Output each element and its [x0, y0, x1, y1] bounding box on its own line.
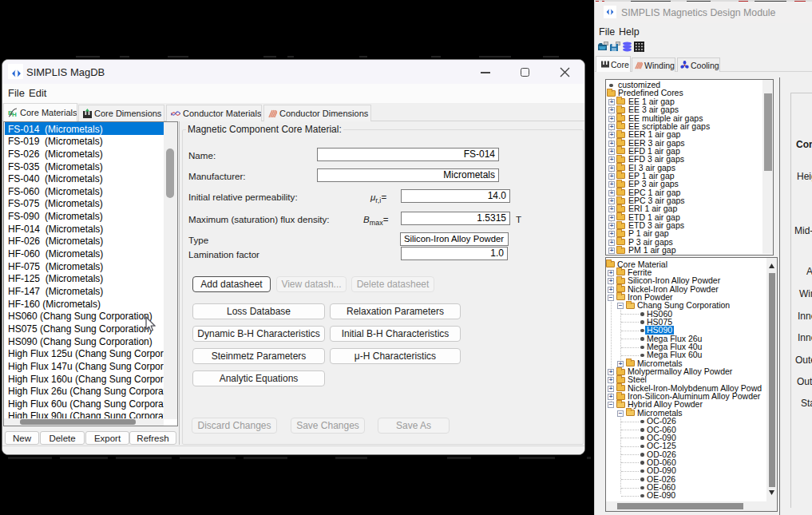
svg-text:H: H — [12, 111, 17, 117]
